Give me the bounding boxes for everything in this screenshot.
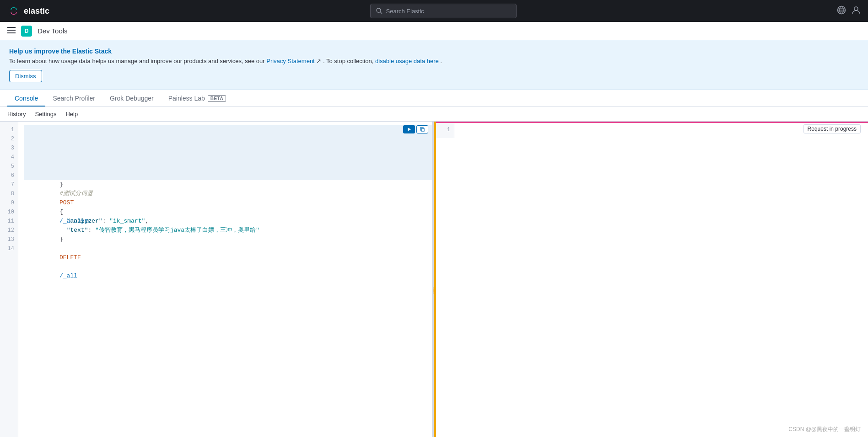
line-num-2: 2 (0, 134, 18, 144)
code-line-1: GET _search (24, 125, 432, 134)
beta-badge: BETA (208, 95, 226, 102)
line-num-7: 7 (0, 180, 18, 189)
copy-icon (420, 127, 425, 132)
editor-pane[interactable]: 1 2 3 4 5 6 7 8 9 10 11 12 13 14 GET (0, 122, 434, 437)
run-options-button[interactable] (416, 125, 428, 133)
tab-grok-debugger[interactable]: Grok Debugger (102, 90, 161, 107)
line-numbers: 1 2 3 4 5 6 7 8 9 10 11 12 13 14 (0, 122, 18, 437)
svg-point-5 (11, 11, 16, 14)
svg-line-7 (380, 12, 382, 14)
loading-bar (436, 122, 868, 123)
line-num-8: 8 (0, 189, 18, 198)
code-line-12: } (24, 226, 432, 235)
app-badge: D (21, 26, 32, 37)
nav-left: elastic (7, 5, 49, 17)
svg-marker-17 (408, 128, 411, 131)
main-content-area: 1 2 3 4 5 6 7 8 9 10 11 12 13 14 GET (0, 122, 868, 437)
line-num-6: 6 (0, 171, 18, 180)
banner-text-3: . To stop collection, (323, 58, 375, 64)
svg-point-6 (377, 8, 381, 12)
tab-painless-lab-label: Painless Lab (168, 95, 205, 102)
search-icon (376, 8, 383, 14)
logo-text: elastic (24, 6, 49, 16)
response-pane: Request in progress 1 (436, 122, 868, 437)
tab-console[interactable]: Console (7, 90, 45, 107)
help-button[interactable]: Help (65, 110, 78, 118)
elastic-logo-icon (7, 5, 20, 17)
banner-text-2: ↗ (316, 58, 321, 64)
resize-handle-icon: ‖ (432, 286, 435, 291)
run-button[interactable] (403, 125, 415, 133)
tab-console-label: Console (15, 95, 38, 102)
tab-search-profiler[interactable]: Search Profiler (45, 90, 102, 107)
tab-search-profiler-label: Search Profiler (53, 95, 95, 102)
dev-tools-tabs: Console Search Profiler Grok Debugger Pa… (0, 90, 868, 107)
url-all: /_all (59, 272, 77, 279)
code-line-11: "text": "传智教育，黑马程序员学习java太棒了白嫖，王冲，奥里给" (24, 217, 432, 226)
hamburger-icon (7, 27, 16, 33)
code-line-5: } (24, 162, 432, 171)
method-delete: DELETE (59, 254, 81, 261)
editor-wrapper: 1 2 3 4 5 6 7 8 9 10 11 12 13 14 GET (0, 122, 432, 437)
banner-body: To learn about how usage data helps us m… (9, 58, 859, 64)
space-14 (59, 263, 63, 270)
code-line-6: } (24, 171, 432, 180)
line-num-9: 9 (0, 198, 18, 208)
dismiss-button[interactable]: Dismiss (9, 70, 42, 82)
globe-button[interactable] (837, 5, 846, 17)
play-icon (407, 127, 411, 132)
tab-painless-lab[interactable]: Painless Lab BETA (161, 90, 234, 107)
code-line-2: { (24, 134, 432, 144)
line-num-10: 10 (0, 208, 18, 217)
disable-usage-link[interactable]: disable usage data here (375, 58, 439, 64)
editor-toolbar: History Settings Help (0, 107, 868, 122)
line-num-14: 14 (0, 244, 18, 253)
banner-title: Help us improve the Elastic Stack (9, 48, 859, 55)
run-buttons (403, 125, 428, 133)
banner-text-4: . (440, 58, 442, 64)
globe-icon (837, 5, 846, 15)
sub-navigation: D Dev Tools (0, 22, 868, 40)
global-search[interactable]: Search Elastic (370, 4, 517, 18)
user-icon (852, 5, 861, 15)
search-placeholder: Search Elastic (386, 8, 424, 15)
code-line-9: { (24, 198, 432, 208)
response-line-num-1: 1 (436, 125, 454, 134)
line-num-12: 12 (0, 226, 18, 235)
line-num-4: 4 (0, 153, 18, 162)
hamburger-button[interactable] (7, 26, 16, 36)
code-line-4: "match_all": {} (24, 153, 432, 162)
nav-right (837, 5, 861, 17)
banner-text-1: To learn about how usage data helps us m… (9, 58, 266, 64)
settings-button[interactable]: Settings (35, 110, 56, 118)
svg-rect-19 (421, 128, 424, 131)
line-num-5: 5 (0, 162, 18, 171)
app-title: Dev Tools (38, 27, 68, 35)
elastic-logo: elastic (7, 5, 49, 17)
line-num-13: 13 (0, 235, 18, 244)
svg-point-4 (11, 8, 16, 11)
code-line-10: "analyzer": "ik_smart", (24, 208, 432, 217)
history-button[interactable]: History (7, 110, 26, 118)
code-editor-area[interactable]: GET _search { (18, 122, 432, 437)
request-in-progress-label: Request in progress (803, 124, 861, 133)
privacy-statement-link[interactable]: Privacy Statement (266, 58, 315, 64)
tab-grok-debugger-label: Grok Debugger (110, 95, 154, 102)
line-num-3: 3 (0, 144, 18, 153)
code-line-13 (24, 235, 432, 244)
code-line-3: "query": { (24, 144, 432, 153)
code-line-7: #测试分词器 (24, 180, 432, 189)
code-line-8: POST /_analyze (24, 189, 432, 198)
line-num-1: 1 (0, 125, 18, 134)
user-button[interactable] (852, 5, 861, 17)
svg-point-13 (854, 7, 858, 11)
watermark: CSDN @@黑夜中的一盏明灯 (788, 426, 861, 433)
improvement-banner: Help us improve the Elastic Stack To lea… (0, 40, 868, 90)
top-navigation: elastic Search Elastic (0, 0, 868, 22)
line-num-11: 11 (0, 217, 18, 226)
response-line-numbers: 1 (436, 122, 454, 138)
code-line-14: DELETE /_all (24, 244, 432, 253)
